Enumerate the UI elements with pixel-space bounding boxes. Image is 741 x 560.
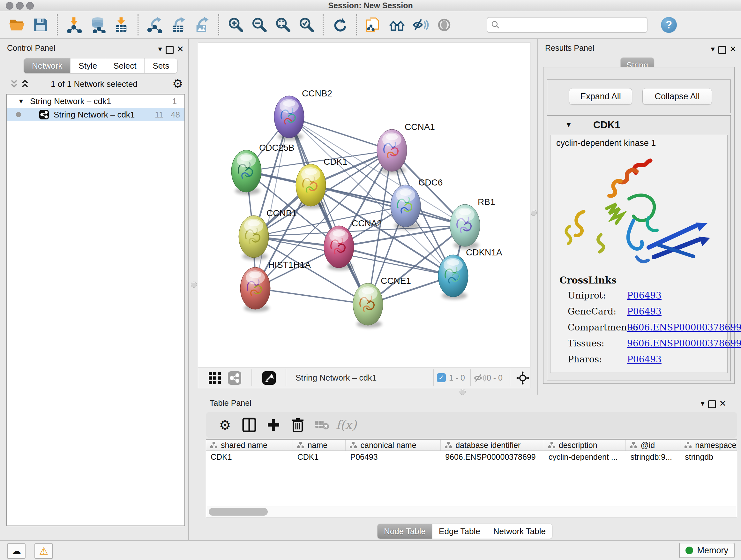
table-cell[interactable]: CDK1: [206, 452, 293, 462]
table-settings-gear-icon[interactable]: ⚙: [215, 416, 235, 434]
network-graph[interactable]: CCNB2CCNA1CDC25BCDK1CDC6RB1CCNB1CCNA2CDK…: [198, 43, 530, 367]
crosslink-link[interactable]: 9606.ENSP00000378699: [627, 338, 741, 349]
network-node-HIST1H1A[interactable]: [240, 267, 270, 312]
float-panel-icon[interactable]: [708, 400, 716, 408]
network-node-CCNB1[interactable]: [239, 215, 269, 260]
tab-network-table[interactable]: Network Table: [487, 524, 552, 539]
tab-select[interactable]: Select: [105, 58, 144, 73]
network-node-CDC6[interactable]: [391, 185, 421, 230]
collapse-panel-icon[interactable]: ▼: [710, 45, 716, 53]
documents-icon[interactable]: [363, 15, 383, 35]
network-node-CCNA1[interactable]: [377, 129, 407, 174]
scrollbar-thumb[interactable]: [209, 508, 268, 516]
delete-table-icon[interactable]: [312, 416, 332, 434]
table-cell[interactable]: P06493: [346, 452, 441, 462]
close-panel-icon[interactable]: ✕: [729, 44, 737, 54]
delete-column-icon[interactable]: [287, 416, 308, 434]
network-node-CDKN1A[interactable]: [438, 255, 468, 300]
zoom-selected-icon[interactable]: [296, 15, 316, 35]
bottom-splitter-handle[interactable]: [460, 389, 466, 395]
import-database-icon[interactable]: [88, 15, 108, 35]
table-cell[interactable]: 9606.ENSP00000378699: [441, 452, 544, 462]
network-collection-row[interactable]: ▼ String Network – cdk1 1: [7, 95, 185, 108]
table-row[interactable]: CDK1CDK1P064939606.ENSP00000378699cyclin…: [206, 451, 737, 463]
crosslink-link[interactable]: P06493: [627, 354, 662, 365]
float-panel-icon[interactable]: [718, 46, 726, 54]
birds-eye-view-icon[interactable]: [262, 371, 276, 385]
export-table-icon[interactable]: [169, 15, 188, 35]
tab-sets[interactable]: Sets: [144, 58, 177, 73]
table-cell[interactable]: stringdb: [680, 452, 737, 462]
tab-network[interactable]: Network: [24, 58, 70, 73]
selected-checkbox-icon[interactable]: ✓: [437, 373, 446, 382]
column-header-shared-name[interactable]: shared name: [206, 440, 293, 450]
collapse-panel-icon[interactable]: ▼: [699, 400, 706, 408]
warning-icon[interactable]: ⚠: [35, 543, 53, 559]
hide-eye-icon[interactable]: [411, 15, 430, 35]
column-header-canonical-name[interactable]: canonical name: [346, 440, 441, 450]
node-count: 11: [155, 108, 163, 121]
collapse-panel-icon[interactable]: ▼: [157, 45, 163, 53]
zoom-in-icon[interactable]: [226, 15, 246, 35]
close-panel-icon[interactable]: ✕: [177, 44, 184, 54]
table-cell[interactable]: stringdb:9...: [626, 452, 680, 462]
network-node-CDC25B[interactable]: [231, 150, 261, 195]
crosslink-link[interactable]: P06493: [627, 290, 662, 301]
gray-eye-icon[interactable]: [434, 15, 454, 35]
column-header-description[interactable]: description: [544, 440, 626, 450]
table-cell[interactable]: cyclin-dependent ...: [544, 452, 626, 462]
export-image-icon[interactable]: [192, 15, 212, 35]
zoom-out-icon[interactable]: [249, 15, 269, 35]
horizontal-scrollbar[interactable]: [206, 506, 737, 517]
function-builder-icon[interactable]: f(x): [336, 416, 356, 434]
export-network-icon[interactable]: [145, 15, 165, 35]
column-header-database-identifier[interactable]: database identifier: [441, 440, 544, 450]
float-panel-icon[interactable]: [165, 46, 174, 54]
network-edge[interactable]: [255, 288, 368, 304]
network-edge[interactable]: [289, 117, 392, 150]
tab-edge-table[interactable]: Edge Table: [432, 524, 487, 539]
column-header--id[interactable]: @id: [626, 440, 680, 450]
search-input[interactable]: [503, 17, 642, 32]
column-header-name[interactable]: name: [293, 440, 346, 450]
right-splitter-handle[interactable]: [531, 210, 537, 216]
cdk1-section-header[interactable]: ▼ CDK1: [547, 116, 731, 135]
memory-button[interactable]: Memory: [679, 543, 735, 558]
collapse-all-button[interactable]: Collapse All: [643, 88, 712, 105]
expander-icon[interactable]: ▼: [18, 95, 24, 108]
network-node-CCNB2[interactable]: [274, 96, 304, 140]
column-header-namespace[interactable]: namespace: [680, 440, 737, 450]
open-file-icon[interactable]: [7, 15, 27, 35]
add-column-icon[interactable]: [263, 416, 284, 434]
show-columns-icon[interactable]: [239, 416, 259, 434]
help-icon[interactable]: ?: [661, 17, 677, 33]
refresh-icon[interactable]: [330, 15, 350, 35]
grid-view-icon[interactable]: [208, 372, 221, 384]
tab-node-table[interactable]: Node Table: [378, 524, 432, 539]
import-network-icon[interactable]: [64, 15, 84, 35]
crosslink-link[interactable]: 9606.ENSP00000378699: [627, 322, 741, 333]
node-label-CCNE1: CCNE1: [381, 276, 411, 286]
crosslink-link[interactable]: P06493: [627, 306, 662, 317]
left-splitter-handle[interactable]: [191, 282, 197, 288]
table-cell[interactable]: CDK1: [293, 452, 346, 462]
table-panel: Table Panel ▼ ✕ ⚙ f(x) shared namenameca…: [189, 395, 741, 540]
network-row-selected[interactable]: String Network – cdk1 11 48: [7, 108, 185, 121]
tab-style[interactable]: Style: [70, 58, 105, 73]
network-node-RB1[interactable]: [450, 204, 480, 249]
houses-icon[interactable]: [387, 15, 407, 35]
cloud-icon[interactable]: ☁: [7, 543, 25, 559]
close-panel-icon[interactable]: ✕: [719, 398, 726, 408]
network-edge[interactable]: [311, 185, 465, 226]
network-node-CCNE1[interactable]: [353, 283, 383, 328]
pan-crosshair-icon[interactable]: [516, 371, 529, 385]
network-view-icon[interactable]: [227, 371, 242, 385]
save-session-icon[interactable]: [30, 15, 51, 35]
gear-icon[interactable]: ⚙: [172, 77, 183, 91]
import-table-icon[interactable]: [111, 15, 131, 35]
network-edge[interactable]: [289, 117, 368, 304]
network-canvas[interactable]: CCNB2CCNA1CDC25BCDK1CDC6RB1CCNB1CCNA2CDK…: [198, 42, 530, 367]
zoom-fit-icon[interactable]: [273, 15, 293, 35]
expand-all-button[interactable]: Expand All: [569, 88, 632, 105]
expander-icon[interactable]: ▼: [565, 121, 572, 129]
